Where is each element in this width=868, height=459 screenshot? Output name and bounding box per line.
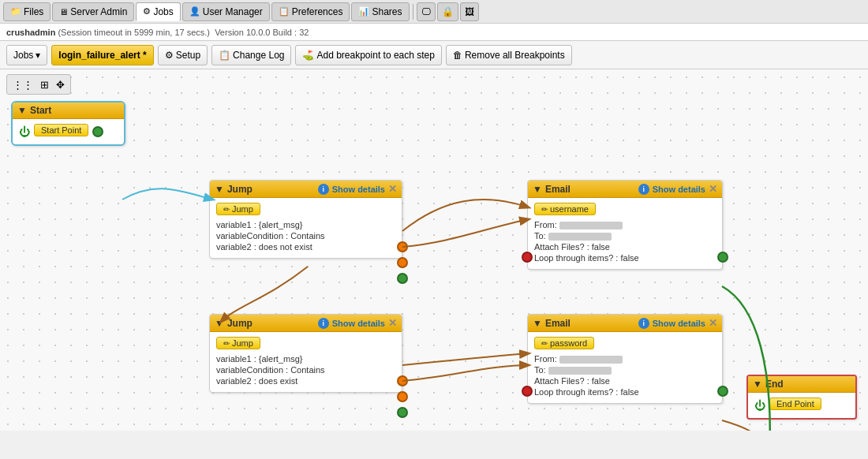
image-icon-btn[interactable]: 🖼 (460, 2, 479, 21)
end-header-icon: ▼ (753, 379, 762, 390)
jump2-show-details[interactable]: Show details (332, 319, 385, 328)
email1-to: To: (534, 231, 716, 241)
nav-server-admin[interactable]: 🖥 Server Admin (52, 2, 134, 21)
email1-label[interactable]: ✏username (534, 203, 596, 215)
email1-attach: Attach Files? : false (534, 242, 716, 252)
jump1-var2: variable2 : does not exist (216, 242, 395, 252)
version-info: Version 10.0.0 Build : 32 (215, 28, 309, 37)
changelog-button[interactable]: 📋 Change Log (211, 45, 291, 65)
jump1-header: ▼ Jump i Show details ✕ (210, 181, 402, 198)
session-bar: crushadmin (Session timeout in 5999 min,… (0, 24, 868, 41)
email1-close[interactable]: ✕ (709, 183, 717, 195)
email1-show-details[interactable]: Show details (653, 185, 705, 194)
email1-green-dot[interactable] (717, 252, 728, 263)
jump2-label[interactable]: ✏Jump (216, 337, 260, 349)
email1-info[interactable]: i (638, 184, 649, 195)
server-icon: 🖥 (59, 7, 68, 17)
start-header-icon: ▼ (17, 105, 27, 116)
jump2-var-cond: variableCondition : Contains (216, 365, 395, 375)
email2-red-dot[interactable] (522, 386, 533, 397)
jump2-header-icon: ▼ (215, 318, 224, 329)
dropdown-arrow: ▾ (36, 50, 40, 61)
active-job-tab[interactable]: login_failure_alert * (51, 45, 153, 65)
job-toolbar: Jobs ▾ login_failure_alert * ⚙ Setup 📋 C… (0, 41, 868, 69)
jump2-orange-dot2[interactable] (397, 391, 408, 402)
end-point-label[interactable]: End Point (769, 397, 821, 410)
start-output-dot[interactable] (92, 126, 103, 137)
jump2-var2: variable2 : does exist (216, 376, 395, 386)
breakpoint-icon: ⛳ (302, 50, 314, 61)
jump1-orange-dot1[interactable] (397, 241, 408, 252)
jump1-header-icon: ▼ (215, 184, 224, 195)
email2-header-icon: ▼ (533, 318, 542, 329)
nav-files[interactable]: 📁 Files (3, 2, 51, 21)
jump1-green-dot[interactable] (397, 273, 408, 284)
trash-icon: 🗑 (453, 50, 462, 61)
jump1-show-details[interactable]: Show details (332, 185, 385, 194)
email2-info[interactable]: i (638, 318, 649, 329)
end-node[interactable]: ▼ End ⏻ End Point (746, 375, 857, 420)
top-navigation: 📁 Files 🖥 Server Admin ⚙ Jobs 👤 User Man… (0, 0, 868, 24)
nav-shares[interactable]: 📊 Shares (351, 2, 409, 21)
start-point-icon: ⏻ (19, 125, 30, 138)
add-breakpoint-button[interactable]: ⛳ Add breakpoint to each step (295, 45, 441, 65)
email2-close[interactable]: ✕ (709, 317, 717, 329)
log-icon: 📋 (219, 50, 230, 61)
email1-body: ✏username From: To: Attach Files? : fals… (528, 198, 722, 269)
email1-node[interactable]: ▼ Email i Show details ✕ ✏username From:… (527, 180, 723, 270)
jump2-header: ▼ Jump i Show details ✕ (210, 315, 402, 332)
nav-preferences[interactable]: 📋 Preferences (271, 2, 350, 21)
email2-header: ▼ Email i Show details ✕ (528, 315, 722, 332)
email2-label[interactable]: ✏password (534, 337, 594, 349)
remove-breakpoints-button[interactable]: 🗑 Remove all Breakpoints (446, 45, 572, 65)
jobs-icon: ⚙ (143, 6, 151, 17)
hand-icon[interactable]: ✥ (54, 78, 67, 91)
email2-green-dot[interactable] (717, 386, 728, 397)
email2-loop: Loop through items? : false (534, 387, 716, 397)
jump1-body: ✏Jump variable1 : {alert_msg} variableCo… (210, 198, 402, 258)
session-timeout: (Session timeout in 5999 min, 17 secs.) (58, 28, 210, 37)
end-node-header: ▼ End (748, 376, 855, 393)
email2-attach: Attach Files? : false (534, 376, 716, 386)
end-point-icon: ⏻ (754, 399, 765, 412)
jump2-green-dot[interactable] (397, 407, 408, 418)
prefs-icon: 📋 (279, 6, 290, 17)
email1-from: From: (534, 220, 716, 230)
jump1-label[interactable]: ✏Jump (216, 203, 260, 215)
email1-header-icon: ▼ (533, 184, 542, 195)
end-node-body: ⏻ End Point (748, 393, 855, 418)
jump1-node[interactable]: ▼ Jump i Show details ✕ ✏Jump variable1 … (209, 180, 402, 259)
jump2-body: ✏Jump variable1 : {alert_msg} variableCo… (210, 332, 402, 392)
jump1-close[interactable]: ✕ (388, 183, 397, 195)
email2-show-details[interactable]: Show details (653, 319, 705, 328)
nav-separator (413, 4, 413, 20)
nav-jobs[interactable]: ⚙ Jobs (136, 2, 180, 21)
nav-user-manager[interactable]: 👤 User Manager (182, 2, 270, 21)
setup-button[interactable]: ⚙ Setup (158, 45, 208, 65)
gear-icon: ⚙ (165, 50, 174, 61)
jobs-dropdown[interactable]: Jobs ▾ (6, 45, 47, 65)
arrows-overlay (0, 69, 868, 431)
email1-red-dot[interactable] (522, 252, 533, 263)
lock-icon-btn[interactable]: 🔒 (437, 2, 458, 21)
jump2-close[interactable]: ✕ (388, 317, 397, 329)
jump1-var-cond: variableCondition : Contains (216, 231, 395, 241)
email2-body: ✏password From: To: Attach Files? : fals… (528, 332, 722, 403)
jump2-info[interactable]: i (318, 318, 329, 329)
grip-icon[interactable]: ⋮⋮ (10, 78, 36, 91)
grid-icon[interactable]: ⊞ (38, 78, 51, 91)
mini-toolbar: ⋮⋮ ⊞ ✥ (6, 74, 71, 95)
shares-icon: 📊 (358, 6, 369, 17)
monitor-icon-btn[interactable]: 🖵 (417, 2, 436, 21)
jump1-orange-dot2[interactable] (397, 257, 408, 268)
jump2-orange-dot1[interactable] (397, 375, 408, 386)
start-node[interactable]: ▼ Start ⏻ Start Point (11, 101, 125, 146)
jump1-var1: variable1 : {alert_msg} (216, 220, 395, 230)
start-point-label[interactable]: Start Point (34, 124, 88, 136)
workflow-canvas[interactable]: ⋮⋮ ⊞ ✥ (0, 69, 868, 431)
email2-node[interactable]: ▼ Email i Show details ✕ ✏password From:… (527, 314, 723, 404)
email2-to: To: (534, 365, 716, 375)
files-icon: 📁 (10, 6, 21, 17)
jump2-node[interactable]: ▼ Jump i Show details ✕ ✏Jump variable1 … (209, 314, 402, 393)
jump1-info[interactable]: i (318, 184, 329, 195)
